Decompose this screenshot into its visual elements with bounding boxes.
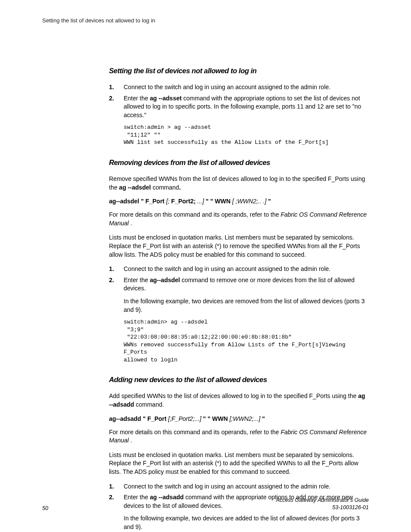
text: [; bbox=[166, 198, 171, 205]
doc-number: 53-1003126-01 bbox=[276, 504, 369, 511]
section2-step1: Connect to the switch and log in using a… bbox=[109, 265, 369, 274]
section2-step2-sub: In the following example, two devices ar… bbox=[124, 297, 369, 314]
section3-syntax: ag--adsadd " F_Port [;F_Port2;...] " " W… bbox=[109, 415, 369, 422]
text: command bbox=[151, 184, 179, 191]
section2-syntax: ag--adsdel " F_Port [; F_Port2; ...] " "… bbox=[109, 198, 369, 205]
section2-step2: Enter the ag--adsdel command to remove o… bbox=[109, 276, 369, 314]
command: ag --adsdel bbox=[119, 184, 151, 191]
text: " bbox=[262, 415, 265, 422]
page-number: 50 bbox=[42, 505, 48, 511]
text: Add specified WWNs to the list of device… bbox=[109, 392, 358, 399]
text: . bbox=[179, 184, 181, 191]
text: ...] bbox=[197, 198, 206, 205]
command: ag--adsdel bbox=[150, 277, 180, 283]
text: [;F_Port2;...] bbox=[168, 415, 203, 422]
text: " bbox=[268, 198, 271, 205]
text: For more details on this command and its… bbox=[109, 429, 280, 436]
text: Enter the bbox=[124, 95, 150, 102]
section1-step1: Connect to the switch and log in using a… bbox=[109, 83, 369, 92]
text: . bbox=[131, 220, 132, 227]
text: " " WWN bbox=[206, 198, 232, 205]
section3-title: Adding new devices to the list of allowe… bbox=[109, 376, 364, 384]
text: [;WWN2;...] bbox=[230, 415, 262, 422]
text: F_Port2; bbox=[171, 198, 197, 205]
section1-title: Setting the list of devices not allowed … bbox=[109, 67, 364, 75]
text: [ ;WWN2;.. .] bbox=[232, 198, 268, 205]
section2-title: Removing devices from the list of allowe… bbox=[109, 159, 364, 167]
section2-lists: Lists must be enclosed in quotation mark… bbox=[109, 233, 369, 259]
text: ag--adsdel " F_Port bbox=[109, 198, 166, 205]
section3-lists: Lists must be enclosed in quotation mark… bbox=[109, 451, 369, 476]
main-content: Setting the list of devices not allowed … bbox=[109, 67, 369, 532]
section3-details: For more details on this command and its… bbox=[109, 428, 369, 445]
text: command. bbox=[134, 401, 164, 408]
text: " " WWN bbox=[203, 415, 229, 422]
footer-right: Access Gateway Administrator's Guide 53-… bbox=[276, 497, 369, 511]
text: Enter the bbox=[124, 277, 150, 283]
section1-code: switch:admin > ag --adsset "11;12" "" WW… bbox=[124, 124, 369, 146]
section2-intro: Remove specified WWNs from the list of d… bbox=[109, 175, 369, 192]
command: ag --adsset bbox=[150, 95, 182, 102]
section3-intro: Add specified WWNs to the list of device… bbox=[109, 392, 369, 409]
page-header: Setting the list of devices not allowed … bbox=[42, 17, 369, 24]
section2-details: For more details on this command and its… bbox=[109, 211, 369, 227]
guide-name: Access Gateway Administrator's Guide bbox=[276, 497, 369, 504]
text: ag--adsadd " F_Port bbox=[109, 415, 168, 422]
section2-code: switch:admin> ag --adsdel "3;9" "22:03:0… bbox=[124, 318, 369, 364]
section2-steps: Connect to the switch and log in using a… bbox=[109, 265, 369, 314]
section1-step2: Enter the ag --adsset command with the a… bbox=[109, 94, 369, 120]
section1-steps: Connect to the switch and log in using a… bbox=[109, 83, 369, 119]
section3-step1: Connect to the switch and log in using a… bbox=[109, 482, 369, 491]
text: For more details on this command and its… bbox=[109, 211, 280, 218]
text: . bbox=[131, 437, 132, 444]
page-footer: 50 Access Gateway Administrator's Guide … bbox=[42, 497, 369, 511]
section3-step2-sub: In the following example, two devices ar… bbox=[124, 514, 369, 531]
